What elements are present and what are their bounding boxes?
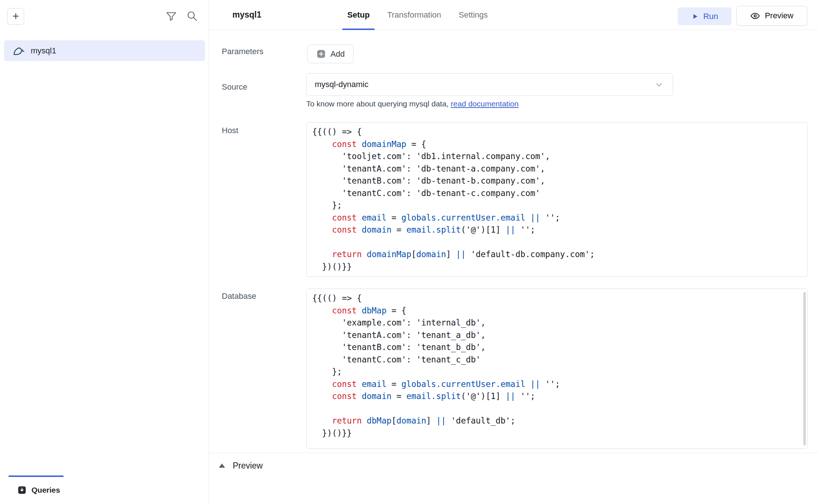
add-query-button[interactable]: +	[7, 8, 24, 25]
mysql-icon	[12, 45, 25, 57]
eye-icon	[750, 11, 760, 21]
triangle-up-icon	[219, 463, 225, 468]
queries-panel-active-indicator	[8, 475, 64, 477]
query-list-sidebar: + mysql1 Quer	[0, 0, 209, 504]
chevron-down-icon	[654, 80, 664, 90]
parameters-label: Parameters	[222, 47, 263, 56]
play-icon	[691, 13, 699, 20]
editor-scrollbar[interactable]	[803, 292, 806, 445]
queries-icon	[17, 485, 27, 495]
source-help-prefix: To know more about querying mysql data,	[306, 99, 451, 108]
preview-panel-toggle[interactable]: Preview	[219, 459, 263, 472]
query-title: mysql1	[232, 0, 261, 30]
host-code-editor[interactable]: {{(() => { const domainMap = { 'tooljet.…	[306, 122, 808, 277]
tab-setup[interactable]: Setup	[342, 0, 375, 30]
source-label: Source	[222, 82, 247, 92]
run-button[interactable]: Run	[678, 7, 732, 25]
run-button-label: Run	[703, 12, 718, 21]
search-icon[interactable]	[186, 10, 198, 22]
read-documentation-link[interactable]: read documentation	[451, 99, 519, 108]
source-help-text: To know more about querying mysql data, …	[306, 99, 519, 108]
source-select[interactable]: mysql-dynamic	[306, 73, 673, 96]
plus-square-icon	[316, 49, 326, 59]
add-parameter-button[interactable]: Add	[307, 45, 354, 63]
query-list-item-mysql1[interactable]: mysql1	[4, 40, 205, 61]
source-select-value: mysql-dynamic	[315, 80, 369, 89]
database-code-editor[interactable]: {{(() => { const dbMap = { 'example.com'…	[306, 289, 808, 449]
tab-transformation[interactable]: Transformation	[382, 0, 446, 30]
add-parameter-label: Add	[330, 49, 345, 59]
preview-button-label: Preview	[765, 11, 793, 20]
query-editor-main: mysql1 Setup Transformation Settings Run…	[209, 0, 819, 504]
queries-panel-label: Queries	[31, 486, 60, 494]
host-label: Host	[222, 126, 238, 135]
preview-button[interactable]: Preview	[736, 6, 807, 26]
tab-settings[interactable]: Settings	[453, 0, 493, 30]
query-header: mysql1 Setup Transformation Settings Run…	[209, 0, 819, 30]
query-tabs: Setup Transformation Settings	[342, 0, 493, 30]
preview-panel-label: Preview	[233, 461, 263, 471]
query-item-label: mysql1	[31, 46, 56, 56]
filter-icon[interactable]	[165, 10, 177, 22]
preview-panel-divider	[209, 453, 819, 453]
database-label: Database	[222, 292, 256, 301]
query-editor-window: + mysql1 Quer	[0, 0, 819, 504]
queries-panel-toggle[interactable]: Queries	[17, 483, 60, 497]
